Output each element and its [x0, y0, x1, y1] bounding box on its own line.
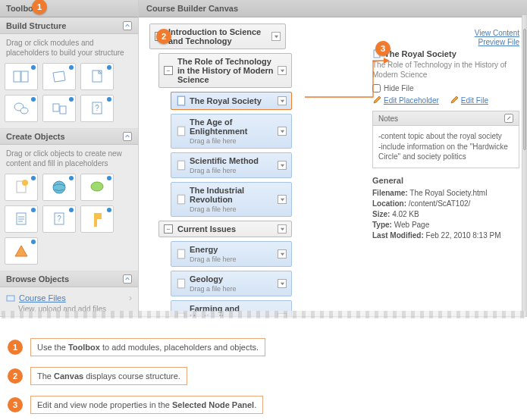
collapse-icon[interactable]: [123, 132, 132, 141]
topic-geology[interactable]: GeologyDrag a file here: [171, 271, 292, 296]
module-group-icon[interactable]: [42, 95, 76, 122]
svg-rect-25: [177, 249, 184, 259]
build-structure-desc: Drag or click modules and placeholders t…: [0, 34, 138, 60]
dropdown-icon[interactable]: [278, 161, 287, 170]
build-structure-label: Build Structure: [6, 21, 66, 30]
svg-rect-5: [53, 104, 59, 111]
notes-box: Notes -content topic about the royal soc…: [372, 111, 519, 168]
dropdown-icon[interactable]: [278, 224, 287, 234]
toolbox-pane: Toolbox Build Structure Drag or click mo…: [0, 0, 139, 316]
marker-3: 3: [375, 41, 391, 56]
topic-label: The Age of EnlightenmentDrag a file here: [190, 118, 274, 145]
svg-rect-6: [60, 106, 66, 114]
module-page-icon[interactable]: [80, 63, 114, 90]
chevron-right-icon: ›: [129, 293, 132, 303]
dropdown-icon[interactable]: [271, 32, 281, 41]
create-objects-label: Create Objects: [6, 132, 65, 141]
svg-rect-21: [177, 96, 184, 105]
page-icon: [176, 96, 187, 106]
notes-header: Notes: [373, 111, 519, 126]
browse-objects-header[interactable]: Browse Objects: [0, 271, 138, 287]
module-link-icon[interactable]: [42, 63, 76, 90]
svg-rect-23: [177, 161, 184, 170]
topic-royal-society[interactable]: The Royal Society: [171, 92, 292, 110]
callout-number: 3: [8, 397, 23, 412]
preview-file-link[interactable]: Preview File: [478, 38, 519, 46]
dropdown-icon[interactable]: [278, 96, 287, 105]
browse-link[interactable]: Course Files: [19, 293, 66, 302]
new-chat-icon[interactable]: [80, 174, 114, 201]
general-location: Location: /content/ScAT102/: [372, 199, 519, 208]
svg-rect-0: [14, 71, 20, 82]
notes-title: Notes: [378, 114, 398, 123]
page-icon: [176, 160, 187, 171]
callout-text: Use the Toolbox to add modules, placehol…: [30, 338, 265, 356]
collapse-toggle[interactable]: −: [164, 66, 173, 75]
svg-point-11: [53, 181, 65, 193]
topic-scientific-method[interactable]: Scientific MethodDrag a file here: [171, 152, 292, 178]
svg-point-10: [22, 180, 28, 186]
new-flag-icon[interactable]: [80, 205, 114, 233]
new-globe-icon[interactable]: [42, 174, 76, 201]
page-icon: [176, 278, 187, 289]
selected-node-panel: View Content Preview File The Royal Soci…: [372, 24, 519, 317]
topic-label: GeologyDrag a file here: [190, 274, 274, 293]
svg-text:?: ?: [95, 104, 99, 112]
module-chat-icon[interactable]: [5, 95, 38, 122]
dropdown-icon[interactable]: [278, 66, 287, 75]
new-question-icon[interactable]: ?: [42, 205, 76, 233]
callout-number: 2: [8, 368, 23, 384]
new-doc-icon[interactable]: [5, 205, 38, 233]
module-question-icon[interactable]: ?: [80, 95, 114, 122]
toolbox-header: Toolbox: [0, 0, 138, 17]
module-2[interactable]: − Current Issues: [158, 221, 292, 237]
dropdown-icon[interactable]: [278, 195, 287, 204]
module-book-icon[interactable]: [5, 63, 38, 90]
panel-title-row: The Royal Society: [372, 49, 519, 58]
collapse-icon[interactable]: [123, 21, 132, 30]
create-objects-header[interactable]: Create Objects: [0, 128, 138, 145]
build-structure-header[interactable]: Build Structure: [0, 17, 138, 34]
build-icons: ?: [0, 60, 138, 128]
topic-enlightenment[interactable]: The Age of EnlightenmentDrag a file here: [171, 114, 292, 149]
module-1[interactable]: − The Role of Technology in the History …: [158, 53, 292, 88]
marker-1: 1: [32, 0, 47, 14]
topic-energy[interactable]: EnergyDrag a file here: [171, 241, 292, 267]
callout-3: 3 Edit and view node properties in the S…: [8, 396, 519, 414]
connector-line: [305, 91, 396, 106]
svg-rect-18: [7, 296, 14, 301]
dropdown-icon[interactable]: [278, 279, 287, 288]
svg-point-4: [20, 108, 28, 114]
collapse-icon[interactable]: [123, 274, 132, 284]
page-icon: [176, 194, 187, 205]
topic-label: Scientific MethodDrag a file here: [190, 156, 274, 174]
module-label: The Role of Technology in the History of…: [177, 57, 274, 84]
folder-icon: [6, 293, 15, 302]
dropdown-icon[interactable]: [278, 127, 287, 136]
view-content-link[interactable]: View Content: [475, 29, 519, 37]
create-objects-desc: Drag or click objects to create new cont…: [0, 145, 138, 171]
pencil-icon: [450, 96, 459, 105]
topic-label: The Royal Society: [190, 96, 274, 105]
page-icon: [176, 126, 187, 136]
browse-objects-label: Browse Objects: [6, 274, 69, 284]
edit-file-link[interactable]: Edit File: [450, 96, 488, 105]
notes-body[interactable]: -content topic about the royal society -…: [373, 126, 519, 168]
callout-text: The Canvas displays course structure.: [30, 367, 187, 385]
svg-point-12: [91, 182, 103, 191]
module-label: Current Issues: [177, 224, 274, 234]
course-tree: − Introduction to Science and Technology…: [146, 24, 366, 317]
general-size: Size: 4.02 KB: [372, 210, 519, 218]
topic-industrial-revolution[interactable]: The Industrial RevolutionDrag a file her…: [171, 182, 292, 217]
callout-text: Edit and view node properties in the Sel…: [30, 396, 263, 414]
dropdown-icon[interactable]: [278, 249, 287, 259]
new-triangle-icon[interactable]: [5, 237, 38, 265]
notes-edit-icon[interactable]: [504, 114, 513, 123]
new-file-icon[interactable]: [5, 174, 38, 201]
general-type: Type: Web Page: [372, 221, 519, 229]
callout-1: 1 Use the Toolbox to add modules, placeh…: [8, 338, 519, 356]
collapse-toggle[interactable]: −: [164, 224, 173, 234]
general-modified: Last Modified: Feb 22, 2010 8:13 PM: [372, 231, 519, 240]
topic-label: The Industrial RevolutionDrag a file her…: [190, 186, 274, 213]
svg-rect-22: [177, 127, 184, 136]
